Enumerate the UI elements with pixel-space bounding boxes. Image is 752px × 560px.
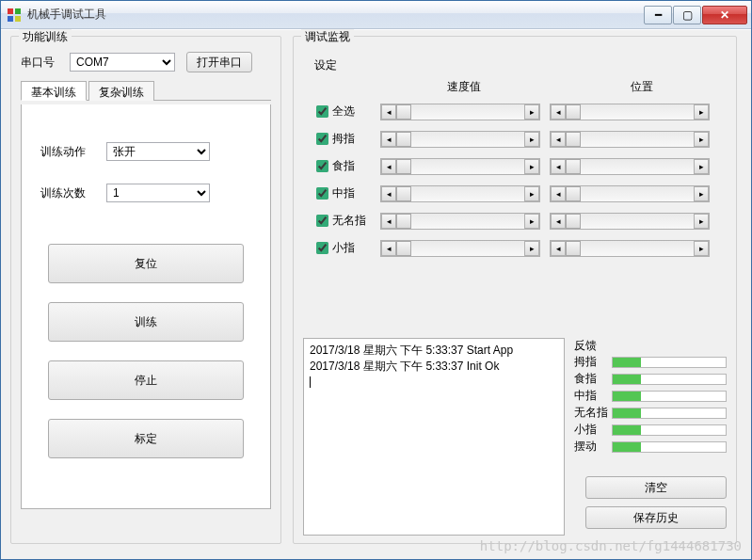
scroll-right-arrow[interactable]: ▸: [694, 104, 709, 120]
count-select[interactable]: 1: [106, 184, 210, 202]
progress-fill: [613, 408, 641, 418]
minimize-button[interactable]: ━: [644, 6, 672, 24]
scroll-left-arrow[interactable]: ◂: [381, 159, 396, 174]
calib-button[interactable]: 标定: [48, 419, 244, 458]
scroll-right-arrow[interactable]: ▸: [694, 132, 709, 147]
position-scrollbar[interactable]: ◂▸: [550, 131, 710, 148]
scroll-left-arrow[interactable]: ◂: [381, 186, 396, 201]
finger-checkbox[interactable]: 拇指: [312, 130, 380, 148]
position-scrollbar[interactable]: ◂▸: [550, 158, 710, 175]
scroll-right-arrow[interactable]: ▸: [694, 186, 709, 201]
tab-basic[interactable]: 基本训练: [21, 81, 87, 101]
action-select[interactable]: 张开: [106, 142, 210, 161]
scroll-right-arrow[interactable]: ▸: [694, 159, 709, 174]
position-scrollbar[interactable]: ◂▸: [550, 185, 710, 202]
speed-scrollbar[interactable]: ◂▸: [380, 213, 540, 230]
scroll-track[interactable]: [566, 186, 694, 201]
scroll-thumb[interactable]: [396, 186, 411, 201]
port-select[interactable]: COM7: [70, 53, 175, 72]
position-scrollbar[interactable]: ◂▸: [550, 104, 710, 120]
scroll-track[interactable]: [396, 159, 524, 174]
finger-checkbox[interactable]: 全选: [312, 103, 380, 120]
scroll-right-arrow[interactable]: ▸: [694, 214, 709, 229]
scroll-thumb[interactable]: [396, 241, 411, 256]
settings-header: 速度值 位置: [312, 79, 727, 95]
scroll-thumb[interactable]: [396, 159, 411, 174]
settings-row: 全选◂▸◂▸: [312, 103, 727, 120]
scroll-thumb[interactable]: [566, 214, 581, 229]
scroll-right-arrow[interactable]: ▸: [524, 104, 539, 120]
scroll-track[interactable]: [396, 186, 524, 201]
action-label: 训练动作: [40, 144, 106, 160]
scroll-right-arrow[interactable]: ▸: [694, 241, 709, 256]
checkbox-input[interactable]: [316, 105, 328, 118]
tab-complex[interactable]: 复杂训练: [88, 81, 154, 101]
finger-checkbox[interactable]: 无名指: [312, 212, 380, 230]
feedback-label: 摆动: [574, 439, 612, 455]
scroll-track[interactable]: [396, 214, 524, 229]
save-history-button[interactable]: 保存历史: [585, 506, 727, 529]
speed-scrollbar[interactable]: ◂▸: [380, 104, 540, 120]
scroll-track[interactable]: [566, 214, 694, 229]
scroll-right-arrow[interactable]: ▸: [524, 214, 539, 229]
title-bar[interactable]: 机械手调试工具 ━ ▢ ✕: [1, 1, 751, 29]
scroll-right-arrow[interactable]: ▸: [524, 132, 539, 147]
speed-scrollbar[interactable]: ◂▸: [380, 240, 540, 257]
scroll-left-arrow[interactable]: ◂: [381, 214, 396, 229]
progress-fill: [613, 358, 641, 367]
position-scrollbar[interactable]: ◂▸: [550, 213, 710, 230]
stop-button[interactable]: 停止: [48, 360, 244, 400]
scroll-left-arrow[interactable]: ◂: [551, 241, 566, 256]
group-function-train: 功能训练 串口号 COM7 打开串口 基本训练 复杂训练 训练动作 张开: [10, 36, 281, 544]
scroll-track[interactable]: [396, 241, 524, 256]
log-textarea[interactable]: 2017/3/18 星期六 下午 5:33:37 Start App 2017/…: [303, 338, 565, 536]
checkbox-input[interactable]: [316, 187, 328, 200]
scroll-right-arrow[interactable]: ▸: [524, 159, 539, 174]
reset-button[interactable]: 复位: [48, 244, 244, 283]
position-scrollbar[interactable]: ◂▸: [550, 240, 710, 257]
finger-checkbox[interactable]: 中指: [312, 184, 380, 202]
checkbox-input[interactable]: [316, 133, 328, 145]
scroll-thumb[interactable]: [396, 214, 411, 229]
checkbox-input[interactable]: [316, 215, 328, 227]
feedback-progress: [612, 374, 727, 385]
train-button[interactable]: 训练: [48, 302, 244, 342]
scroll-right-arrow[interactable]: ▸: [524, 241, 539, 256]
scroll-track[interactable]: [566, 159, 694, 174]
scroll-thumb[interactable]: [396, 104, 411, 120]
scroll-right-arrow[interactable]: ▸: [524, 186, 539, 201]
scroll-track[interactable]: [396, 104, 524, 120]
speed-scrollbar[interactable]: ◂▸: [380, 185, 540, 202]
scroll-left-arrow[interactable]: ◂: [381, 241, 396, 256]
checkbox-input[interactable]: [316, 160, 328, 172]
scroll-thumb[interactable]: [566, 132, 581, 147]
scroll-track[interactable]: [396, 132, 524, 147]
scroll-thumb[interactable]: [566, 104, 581, 120]
scroll-left-arrow[interactable]: ◂: [381, 132, 396, 147]
col-pos-label: 位置: [558, 79, 727, 95]
scroll-track[interactable]: [566, 241, 694, 256]
scroll-left-arrow[interactable]: ◂: [381, 104, 396, 120]
checkbox-input[interactable]: [316, 242, 328, 254]
maximize-button[interactable]: ▢: [673, 6, 701, 24]
scroll-left-arrow[interactable]: ◂: [551, 159, 566, 174]
scroll-left-arrow[interactable]: ◂: [551, 104, 566, 120]
scroll-thumb[interactable]: [566, 241, 581, 256]
scroll-left-arrow[interactable]: ◂: [551, 186, 566, 201]
scroll-left-arrow[interactable]: ◂: [551, 214, 566, 229]
scroll-track[interactable]: [566, 132, 694, 147]
scroll-thumb[interactable]: [396, 132, 411, 147]
scroll-left-arrow[interactable]: ◂: [551, 132, 566, 147]
finger-label: 小指: [332, 240, 355, 256]
tab-strip: 基本训练 复杂训练: [21, 80, 271, 101]
close-button[interactable]: ✕: [702, 6, 747, 24]
finger-checkbox[interactable]: 食指: [312, 157, 380, 175]
scroll-thumb[interactable]: [566, 186, 581, 201]
speed-scrollbar[interactable]: ◂▸: [380, 158, 540, 175]
clear-button[interactable]: 清空: [585, 476, 727, 499]
finger-checkbox[interactable]: 小指: [312, 239, 380, 257]
speed-scrollbar[interactable]: ◂▸: [380, 131, 540, 148]
scroll-track[interactable]: [566, 104, 694, 120]
open-port-button[interactable]: 打开串口: [186, 52, 252, 72]
scroll-thumb[interactable]: [566, 159, 581, 174]
